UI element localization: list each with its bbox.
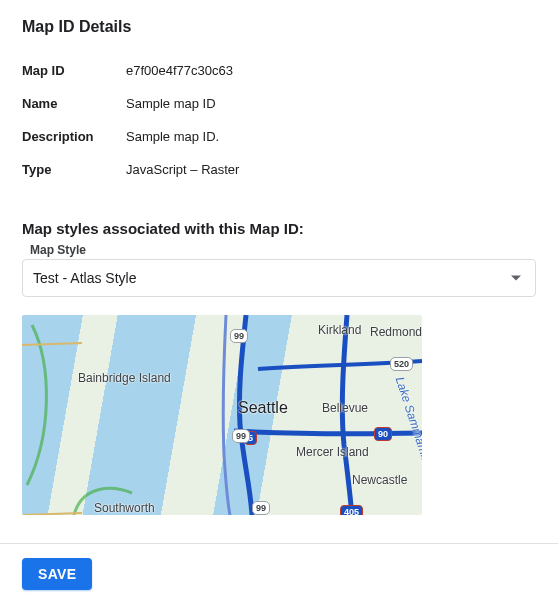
details-label-type: Type: [22, 162, 126, 177]
chevron-down-icon: [511, 276, 521, 281]
shield-sr99: 99: [230, 329, 248, 343]
map-label-mercer: Mercer Island: [296, 445, 369, 459]
section-title: Map ID Details: [22, 18, 536, 36]
shield-sr99: 99: [232, 429, 250, 443]
shield-sr99: 99: [252, 501, 270, 515]
map-style-select[interactable]: Test - Atlas Style: [22, 259, 536, 297]
map-label-newcastle: Newcastle: [352, 473, 407, 487]
save-button[interactable]: SAVE: [22, 558, 92, 590]
map-label-bainbridge: Bainbridge Island: [78, 371, 158, 385]
footer-bar: SAVE: [0, 543, 558, 596]
shield-sr520: 520: [390, 357, 413, 371]
details-row: Description Sample map ID.: [22, 120, 536, 153]
details-value-type: JavaScript – Raster: [126, 162, 536, 177]
map-label-bellevue: Bellevue: [322, 401, 368, 415]
details-row: Map ID e7f00e4f77c30c63: [22, 54, 536, 87]
details-row: Type JavaScript – Raster: [22, 153, 536, 186]
map-label-redmond: Redmond: [370, 325, 422, 339]
map-label-kirkland: Kirkland: [318, 323, 361, 337]
map-label-southworth: Southworth: [94, 501, 155, 515]
details-value-description: Sample map ID.: [126, 129, 536, 144]
map-label-seattle: Seattle: [238, 399, 288, 417]
details-label-name: Name: [22, 96, 126, 111]
shield-i90: 90: [374, 427, 392, 441]
details-value-mapid: e7f00e4f77c30c63: [126, 63, 536, 78]
map-preview: Seattle Bellevue Kirkland Redmond Bainbr…: [22, 315, 422, 515]
details-value-name: Sample map ID: [126, 96, 536, 111]
shield-i405: 405: [340, 505, 363, 515]
details-label-mapid: Map ID: [22, 63, 126, 78]
map-style-selected-value: Test - Atlas Style: [33, 270, 136, 286]
associated-styles-title: Map styles associated with this Map ID:: [22, 220, 536, 237]
details-label-description: Description: [22, 129, 126, 144]
map-style-field-label: Map Style: [30, 243, 536, 257]
details-row: Name Sample map ID: [22, 87, 536, 120]
details-table: Map ID e7f00e4f77c30c63 Name Sample map …: [22, 54, 536, 186]
